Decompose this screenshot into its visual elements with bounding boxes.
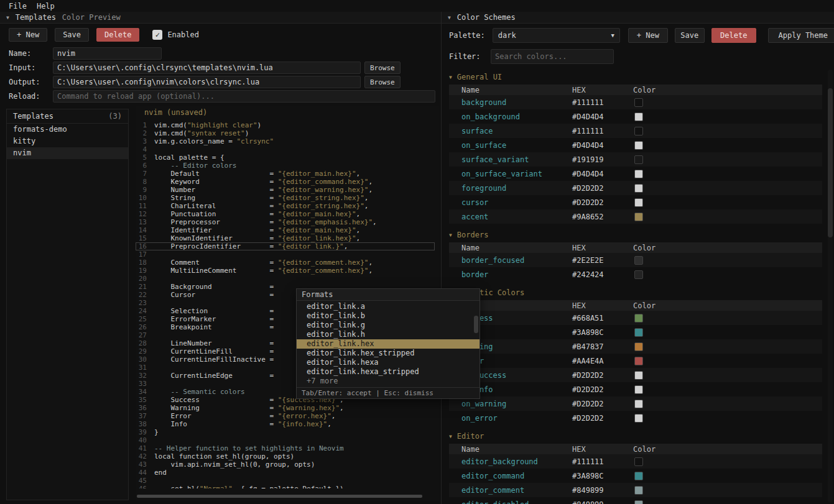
- menu-help[interactable]: Help: [37, 2, 55, 11]
- enabled-checkbox[interactable]: ✓: [152, 30, 162, 40]
- color-row[interactable]: accent#9A8652: [449, 209, 822, 224]
- color-row[interactable]: success#668A51: [449, 311, 822, 325]
- color-row[interactable]: on_info#D2D2D2: [449, 382, 822, 396]
- color-row[interactable]: on_error#D2D2D2: [449, 411, 822, 425]
- color-swatch[interactable]: [634, 127, 643, 135]
- color-swatch[interactable]: [634, 414, 643, 423]
- right-scrollbar[interactable]: [828, 70, 833, 503]
- autocomplete-item[interactable]: editor_link.g: [297, 321, 480, 330]
- apply-theme-button[interactable]: Apply Theme: [768, 28, 834, 43]
- browse-input-button[interactable]: Browse: [364, 62, 401, 74]
- line-text: Warning = "{warning.hex}",: [154, 404, 344, 412]
- color-swatch[interactable]: [634, 400, 643, 408]
- chevron-down-icon[interactable]: ▼: [448, 15, 451, 21]
- line-number: 24: [136, 307, 154, 315]
- color-row[interactable]: on_success#D2D2D2: [449, 368, 822, 382]
- autocomplete-item[interactable]: editor_link.h: [297, 330, 480, 339]
- color-swatch[interactable]: [634, 213, 643, 221]
- color-hex: #668A51: [572, 314, 633, 323]
- save-template-button[interactable]: Save: [55, 28, 89, 42]
- color-swatch[interactable]: [634, 184, 643, 193]
- color-swatch[interactable]: [634, 155, 643, 164]
- new-palette-button[interactable]: + New: [628, 28, 668, 43]
- color-swatch[interactable]: [634, 198, 643, 207]
- color-row[interactable]: editor_disabled#849899: [449, 497, 822, 504]
- color-swatch[interactable]: [634, 357, 643, 365]
- color-row[interactable]: error#AA4E4A: [449, 354, 822, 368]
- color-row[interactable]: border_focused#2E2E2E: [449, 253, 822, 267]
- filter-input[interactable]: [491, 49, 614, 64]
- color-row[interactable]: foreground#D2D2D2: [449, 181, 822, 195]
- autocomplete-item[interactable]: editor_link.hexa_stripped: [297, 367, 480, 377]
- color-swatch[interactable]: [634, 385, 643, 394]
- color-row[interactable]: editor_comment#849899: [449, 483, 822, 497]
- delete-template-button[interactable]: Delete: [96, 28, 139, 42]
- section-header[interactable]: ▼Borders: [449, 227, 822, 242]
- color-row[interactable]: editor_background#111111: [449, 454, 822, 469]
- color-swatch[interactable]: [634, 457, 643, 466]
- autocomplete-more[interactable]: +7 more: [297, 377, 480, 386]
- scrollbar-thumb[interactable]: [137, 495, 422, 498]
- tab-color-preview[interactable]: Color Preview: [62, 13, 121, 22]
- scrollbar-thumb[interactable]: [474, 316, 478, 333]
- color-swatch[interactable]: [634, 98, 643, 107]
- save-palette-button[interactable]: Save: [675, 28, 705, 43]
- color-row[interactable]: on_surface#D4D4D4: [449, 138, 822, 152]
- autocomplete-item[interactable]: editor_link.hexa: [297, 358, 480, 367]
- output-path-input[interactable]: [53, 76, 361, 88]
- scrollbar-thumb[interactable]: [828, 88, 833, 237]
- color-swatch[interactable]: [634, 270, 643, 279]
- color-swatch[interactable]: [634, 486, 643, 495]
- templates-pane: ▼ Templates Color Preview + New Save Del…: [0, 12, 442, 504]
- chevron-down-icon[interactable]: ▼: [6, 15, 9, 21]
- tab-templates[interactable]: Templates: [16, 13, 56, 22]
- color-row[interactable]: surface_variant#191919: [449, 152, 822, 167]
- color-swatch[interactable]: [634, 328, 643, 337]
- section-header[interactable]: ▼Semantic Colors: [449, 285, 822, 300]
- line-text: local palette = {: [154, 153, 225, 162]
- color-swatch[interactable]: [634, 342, 643, 351]
- color-row[interactable]: background#111111: [449, 95, 822, 109]
- color-row[interactable]: cursor#D2D2D2: [449, 195, 822, 209]
- palette-label: Palette:: [449, 31, 485, 40]
- line-number: 32: [136, 372, 154, 380]
- color-swatch[interactable]: [634, 371, 643, 380]
- line-text: Info = "{info.hex}",: [154, 420, 331, 428]
- template-name-input[interactable]: [53, 47, 162, 60]
- autocomplete-item[interactable]: editor_link.hex_stripped: [297, 349, 480, 358]
- color-swatch[interactable]: [634, 500, 643, 504]
- section-header[interactable]: ▼Editor: [449, 429, 822, 444]
- input-path-input[interactable]: [53, 62, 361, 74]
- autocomplete-item[interactable]: editor_link.b: [297, 311, 480, 321]
- editor-horizontal-scrollbar[interactable]: [137, 495, 431, 498]
- color-row[interactable]: surface#111111: [449, 124, 822, 138]
- color-swatch[interactable]: [634, 112, 643, 121]
- color-swatch[interactable]: [634, 256, 643, 265]
- browse-output-button[interactable]: Browse: [364, 76, 401, 88]
- color-swatch[interactable]: [634, 170, 643, 178]
- color-swatch[interactable]: [634, 141, 643, 150]
- color-hex: #D4D4D4: [572, 112, 633, 121]
- color-row[interactable]: info#3A898C: [449, 325, 822, 339]
- color-row[interactable]: on_surface_variant#D4D4D4: [449, 167, 822, 181]
- color-swatch[interactable]: [634, 314, 643, 323]
- color-row[interactable]: editor_command#3A898C: [449, 469, 822, 483]
- new-template-button[interactable]: + New: [9, 28, 47, 42]
- autocomplete-item[interactable]: editor_link.a: [297, 302, 480, 311]
- template-item[interactable]: formats-demo: [7, 124, 128, 135]
- color-hex: #2E2E2E: [572, 256, 633, 265]
- menu-file[interactable]: File: [9, 2, 27, 11]
- color-row[interactable]: on_background#D4D4D4: [449, 109, 822, 124]
- menubar: File Help: [0, 0, 834, 12]
- color-swatch[interactable]: [634, 472, 643, 480]
- color-row[interactable]: on_warning#D2D2D2: [449, 396, 822, 411]
- color-row[interactable]: border#242424: [449, 267, 822, 282]
- color-row[interactable]: warning#B47837: [449, 339, 822, 354]
- template-item[interactable]: kitty: [7, 135, 128, 147]
- delete-palette-button[interactable]: Delete: [711, 28, 756, 43]
- autocomplete-item[interactable]: editor_link.hex: [297, 339, 480, 349]
- template-item[interactable]: nvim: [7, 147, 128, 159]
- section-header[interactable]: ▼General UI: [449, 70, 822, 85]
- palette-select[interactable]: dark ▼: [493, 28, 620, 43]
- reload-command-input[interactable]: [53, 90, 435, 103]
